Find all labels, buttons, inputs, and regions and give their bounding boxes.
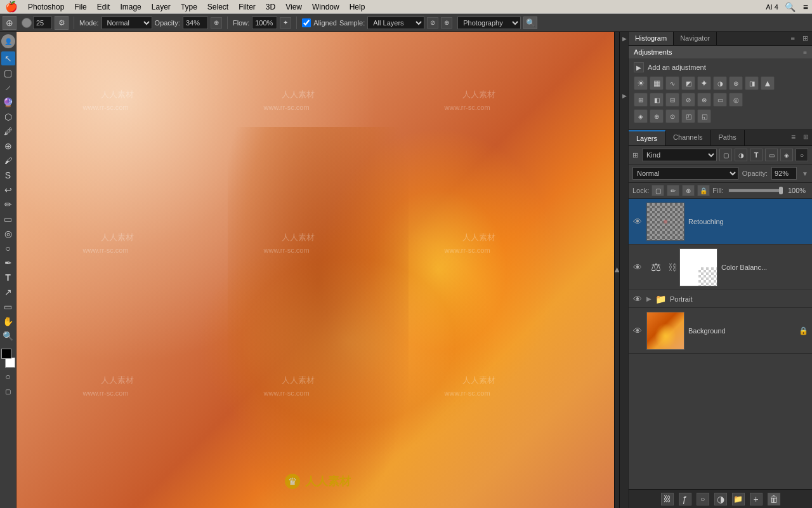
layer-filter-pixel-btn[interactable]: ▢: [719, 149, 732, 161]
layer-filter-adjust-btn[interactable]: ◑: [735, 149, 747, 161]
gradient-map-adj-btn[interactable]: ▭: [713, 93, 727, 107]
move-tool[interactable]: ↖: [1, 51, 15, 65]
eraser-tool[interactable]: ✏: [1, 197, 15, 211]
adj-extra-5[interactable]: ◱: [697, 109, 711, 123]
clone-stamp-tool[interactable]: S: [1, 168, 15, 182]
threshold-adj-btn[interactable]: ⊗: [697, 93, 711, 107]
layer-background[interactable]: 👁 Background 🔒: [629, 308, 812, 354]
mode-select[interactable]: Normal: [102, 17, 152, 29]
menu-filter[interactable]: Filter: [233, 3, 261, 11]
layer-visibility-colorbalance[interactable]: 👁: [632, 262, 643, 272]
menu-window[interactable]: Window: [307, 3, 344, 11]
gradient-tool[interactable]: ▭: [1, 212, 15, 226]
layer-link-btn[interactable]: ⛓: [661, 493, 674, 505]
colorlookup-adj-btn[interactable]: ◧: [650, 93, 664, 107]
workspace-search-icon[interactable]: 🔍: [523, 17, 537, 29]
layers-panel-menu[interactable]: ≡: [787, 130, 799, 145]
fill-slider-handle[interactable]: [779, 187, 783, 194]
layers-tab[interactable]: Layers: [629, 130, 665, 145]
vibrance-adj-btn[interactable]: ✦: [697, 76, 711, 90]
layer-new-btn[interactable]: +: [750, 493, 763, 505]
text-tool[interactable]: T: [1, 271, 15, 284]
menu-3d[interactable]: 3D: [261, 3, 280, 11]
menu-image[interactable]: Image: [115, 3, 146, 11]
dodge-tool[interactable]: ○: [1, 241, 15, 255]
collapse-adj-btn[interactable]: ▶: [621, 36, 627, 42]
screen-mode-btn[interactable]: ▢: [1, 384, 15, 398]
path-selection-tool[interactable]: ↗: [1, 285, 15, 299]
layer-group-portrait[interactable]: 👁 ▶ 📁 Portrait: [629, 290, 812, 308]
lock-position-btn[interactable]: ⊕: [682, 185, 695, 196]
pen-tool[interactable]: ✒: [1, 256, 15, 270]
quick-mask-btn[interactable]: ○: [1, 370, 15, 384]
zoom-tool[interactable]: 🔍: [1, 329, 15, 343]
canvas-area[interactable]: 人人素材 www.rr-sc.com 人人素材 www.rr-sc.com 人人…: [16, 32, 619, 508]
flow-input[interactable]: [252, 17, 277, 29]
layer-style-btn[interactable]: ƒ: [679, 493, 691, 505]
eyedropper-tool[interactable]: 🖉: [1, 124, 15, 138]
search-icon[interactable]: 🔍: [781, 2, 799, 12]
brightness-adj-btn[interactable]: ☀: [634, 76, 648, 90]
invert-adj-btn[interactable]: ⊟: [665, 93, 679, 107]
workspace-select[interactable]: Photography: [457, 17, 521, 29]
fill-slider[interactable]: [728, 189, 783, 192]
layer-filter-smart-btn[interactable]: ◈: [780, 149, 793, 161]
layer-adjustment-btn[interactable]: ◑: [714, 493, 727, 505]
brush-settings-icon[interactable]: ⚙: [55, 16, 69, 30]
histogram-tab[interactable]: Histogram: [629, 32, 674, 45]
adj-panel-menu[interactable]: ≡: [803, 49, 807, 56]
brush-size-input[interactable]: [33, 17, 52, 29]
lock-all-btn[interactable]: 🔒: [697, 185, 710, 196]
levels-adj-btn[interactable]: ▦: [650, 76, 664, 90]
exposure-adj-btn[interactable]: ◩: [681, 76, 695, 90]
adj-play-btn[interactable]: ▶: [634, 62, 644, 72]
menu-file[interactable]: File: [69, 3, 91, 11]
layer-delete-btn[interactable]: 🗑: [768, 493, 780, 505]
shape-tool[interactable]: ▭: [1, 300, 15, 314]
layer-filter-type-btn[interactable]: T: [750, 149, 763, 161]
colorbalance-adj-btn[interactable]: ⊛: [729, 76, 743, 90]
crop-tool[interactable]: ⬡: [1, 110, 15, 124]
marquee-tool[interactable]: ▢: [1, 66, 15, 80]
menu-view[interactable]: View: [280, 3, 307, 11]
menu-type[interactable]: Type: [176, 3, 202, 11]
apple-menu[interactable]: 🍎: [0, 1, 23, 13]
menu-edit[interactable]: Edit: [92, 3, 115, 11]
adj-extra-3[interactable]: ⊙: [665, 109, 679, 123]
lock-pixels-btn[interactable]: ▢: [652, 185, 664, 196]
open-heal-icon[interactable]: ⊕: [441, 17, 452, 29]
lasso-tool[interactable]: ⟋: [1, 81, 15, 95]
bw-adj-btn[interactable]: ◨: [745, 76, 759, 90]
opacity-icon[interactable]: ⊕: [211, 17, 222, 29]
posterize-adj-btn[interactable]: ⊘: [681, 93, 695, 107]
history-brush-tool[interactable]: ↩: [1, 183, 15, 197]
foreground-color-swatch[interactable]: [1, 349, 11, 359]
background-color-swatch[interactable]: [5, 358, 15, 368]
hand-tool[interactable]: ✋: [1, 314, 15, 328]
opacity-dropdown-icon[interactable]: ▼: [802, 170, 808, 177]
ignore-adj-icon[interactable]: ⊘: [427, 17, 438, 29]
layer-visibility-portrait[interactable]: 👁: [632, 294, 643, 304]
layer-visibility-background[interactable]: 👁: [632, 326, 643, 336]
hsl-adj-btn[interactable]: ◑: [713, 76, 727, 90]
adj-extra-4[interactable]: ◰: [681, 109, 695, 123]
blend-mode-select[interactable]: Normal: [632, 167, 738, 180]
layer-colorbalance[interactable]: 👁 ⚖ ⛓ Color Balanc...: [629, 244, 812, 290]
curves-adj-btn[interactable]: ∿: [665, 76, 679, 90]
canvas-right-strip[interactable]: ◀: [614, 32, 619, 508]
quick-select-tool[interactable]: 🔮: [1, 95, 15, 109]
layer-kind-select[interactable]: Kind: [642, 149, 717, 161]
paths-tab[interactable]: Paths: [711, 130, 745, 145]
channels-tab[interactable]: Channels: [665, 130, 710, 145]
navigator-tab[interactable]: Navigator: [674, 32, 717, 45]
menu-select[interactable]: Select: [202, 3, 233, 11]
lock-image-btn[interactable]: ✏: [667, 185, 679, 196]
panel-expand-icon[interactable]: ⊞: [799, 32, 812, 45]
panel-menu-icon[interactable]: ≡: [787, 32, 799, 45]
channelmix-adj-btn[interactable]: ⊞: [634, 93, 648, 107]
collapse-layers-btn[interactable]: ▶: [621, 93, 627, 99]
layers-panel-expand[interactable]: ⊞: [799, 130, 812, 145]
brush-tool[interactable]: 🖌: [1, 154, 15, 168]
photofilt-adj-btn[interactable]: ▲: [761, 76, 775, 90]
layer-filter-toggle-btn[interactable]: ○: [796, 149, 808, 161]
